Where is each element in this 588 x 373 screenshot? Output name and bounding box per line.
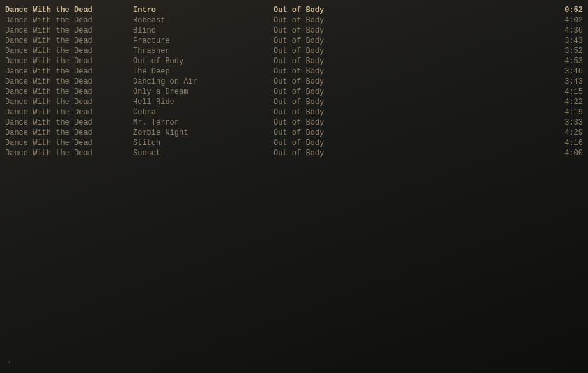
track-album: Out of Body (274, 47, 545, 56)
track-duration: 4:02 (545, 16, 583, 25)
track-row[interactable]: Dance With the DeadDancing on AirOut of … (0, 77, 588, 87)
track-duration: 4:15 (545, 88, 583, 96)
track-duration: 4:19 (545, 108, 583, 117)
track-artist: Dance With the Dead (5, 57, 133, 66)
track-row[interactable]: Dance With the DeadFractureOut of Body3:… (0, 36, 588, 46)
track-row[interactable]: Dance With the DeadBlindOut of Body4:36 (0, 26, 588, 36)
track-duration: 4:00 (545, 149, 583, 158)
track-album: Out of Body (274, 77, 545, 86)
track-artist: Dance With the Dead (5, 108, 133, 117)
track-album: Out of Body (274, 98, 545, 107)
track-artist: Dance With the Dead (5, 26, 133, 35)
track-row[interactable]: Dance With the DeadMr. TerrorOut of Body… (0, 118, 588, 128)
track-title: Stitch (133, 139, 274, 148)
track-row[interactable]: Dance With the DeadCobraOut of Body4:19 (0, 107, 588, 118)
header-title: Intro (133, 6, 274, 15)
track-list: Dance With the Dead Intro Out of Body 0:… (0, 0, 588, 164)
track-row[interactable]: Dance With the DeadThe DeepOut of Body3:… (0, 66, 588, 77)
track-artist: Dance With the Dead (5, 128, 133, 137)
track-title: Blind (133, 26, 274, 35)
track-title: Dancing on Air (133, 77, 274, 86)
track-album: Out of Body (274, 149, 545, 158)
track-album: Out of Body (274, 67, 545, 76)
track-title: Mr. Terror (133, 118, 274, 127)
track-duration: 4:22 (545, 98, 583, 107)
track-album: Out of Body (274, 88, 545, 96)
track-artist: Dance With the Dead (5, 47, 133, 56)
track-duration: 3:33 (545, 118, 583, 127)
track-row[interactable]: Dance With the DeadRobeastOut of Body4:0… (0, 15, 588, 26)
track-title: The Deep (133, 67, 274, 76)
track-album: Out of Body (274, 108, 545, 117)
track-album: Out of Body (274, 118, 545, 127)
track-album: Out of Body (274, 16, 545, 25)
track-duration: 3:52 (545, 47, 583, 56)
track-album: Out of Body (274, 139, 545, 148)
track-artist: Dance With the Dead (5, 36, 133, 45)
track-row[interactable]: Dance With the DeadZombie NightOut of Bo… (0, 128, 588, 138)
track-album: Out of Body (274, 36, 545, 45)
track-list-header: Dance With the Dead Intro Out of Body 0:… (0, 5, 588, 15)
track-title: Cobra (133, 108, 274, 117)
header-album: Out of Body (274, 6, 545, 15)
track-artist: Dance With the Dead (5, 118, 133, 127)
track-artist: Dance With the Dead (5, 67, 133, 76)
track-album: Out of Body (274, 57, 545, 66)
track-row[interactable]: Dance With the DeadOut of BodyOut of Bod… (0, 56, 588, 66)
track-artist: Dance With the Dead (5, 88, 133, 96)
track-duration: 4:29 (545, 128, 583, 137)
track-duration: 4:16 (545, 139, 583, 148)
track-title: Only a Dream (133, 88, 274, 96)
track-artist: Dance With the Dead (5, 149, 133, 158)
track-artist: Dance With the Dead (5, 98, 133, 107)
track-title: Out of Body (133, 57, 274, 66)
track-title: Sunset (133, 149, 274, 158)
track-duration: 3:43 (545, 77, 583, 86)
track-duration: 4:36 (545, 26, 583, 35)
track-album: Out of Body (274, 128, 545, 137)
header-artist: Dance With the Dead (5, 6, 133, 15)
track-artist: Dance With the Dead (5, 77, 133, 86)
arrow-indicator: → (5, 357, 10, 367)
track-title: Fracture (133, 36, 274, 45)
track-row[interactable]: Dance With the DeadOnly a DreamOut of Bo… (0, 87, 588, 97)
track-title: Thrasher (133, 47, 274, 56)
track-row[interactable]: Dance With the DeadSunsetOut of Body4:00 (0, 148, 588, 158)
track-row[interactable]: Dance With the DeadThrasherOut of Body3:… (0, 46, 588, 56)
track-title: Zombie Night (133, 128, 274, 137)
track-title: Hell Ride (133, 98, 274, 107)
track-title: Robeast (133, 16, 274, 25)
header-duration: 0:52 (545, 6, 583, 15)
track-duration: 3:43 (545, 36, 583, 45)
track-artist: Dance With the Dead (5, 16, 133, 25)
track-row[interactable]: Dance With the DeadHell RideOut of Body4… (0, 97, 588, 107)
track-duration: 4:53 (545, 57, 583, 66)
track-duration: 3:46 (545, 67, 583, 76)
track-artist: Dance With the Dead (5, 139, 133, 148)
track-album: Out of Body (274, 26, 545, 35)
track-row[interactable]: Dance With the DeadStitchOut of Body4:16 (0, 138, 588, 148)
